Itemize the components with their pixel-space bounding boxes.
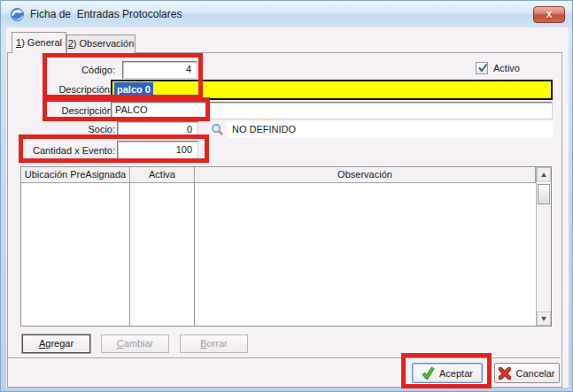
agregar-button[interactable]: Agregar: [22, 334, 90, 353]
grid-column-divider: [129, 183, 130, 326]
app-icon: [10, 7, 25, 22]
arrow-up-icon: [541, 173, 546, 177]
grid-column-divider: [194, 183, 195, 326]
search-icon[interactable]: [211, 123, 224, 136]
footer-divider: [8, 357, 561, 359]
selected-text: palco 0: [114, 82, 153, 97]
descripcion-label: Descripción:: [6, 104, 120, 118]
cancelar-label: Cancelar: [515, 368, 554, 379]
checkbox-check-icon: [476, 62, 489, 74]
activo-checkbox[interactable]: [476, 62, 488, 74]
cambiar-button[interactable]: Cambiar: [101, 334, 169, 353]
tab-observacion[interactable]: 2) Observación: [66, 35, 136, 53]
codigo-label: Código:: [6, 63, 120, 77]
socio-label: Socio:: [6, 122, 120, 136]
grid-header: Ubicación PreAsignada Activa Observación: [21, 167, 536, 183]
socio-field[interactable]: 0: [117, 121, 198, 138]
preassigned-locations-grid[interactable]: Ubicación PreAsignada Activa Observación: [20, 166, 552, 327]
scroll-up-button[interactable]: [537, 167, 551, 181]
column-header-ubicacion: Ubicación PreAsignada: [21, 167, 130, 183]
client-area: 1) General 2) Observación Código: 4 Desc…: [6, 27, 569, 388]
tab-general[interactable]: 1) General: [12, 32, 66, 53]
dialog-window: Ficha de Entradas Protocolares x 1) Gene…: [0, 0, 573, 392]
cancel-x-icon: [499, 367, 511, 380]
descripcion-field[interactable]: PALCO: [111, 102, 553, 119]
cantidad-label: Cantidad x Evento:: [6, 143, 120, 158]
column-header-observacion: Observación: [195, 167, 536, 183]
aceptar-label: Aceptar: [439, 368, 473, 379]
socio-display: NO DEFINIDO: [227, 121, 553, 138]
window-title: Ficha de Entradas Protocolares: [30, 8, 182, 20]
column-header-activa: Activa: [130, 167, 195, 183]
scrollbar-thumb[interactable]: [538, 184, 550, 204]
codigo-field[interactable]: 4: [122, 61, 197, 79]
grid-vertical-scrollbar[interactable]: [536, 167, 551, 326]
cancelar-button[interactable]: Cancelar: [494, 363, 560, 383]
activo-label: Activo: [493, 62, 520, 74]
cantidad-field[interactable]: 100: [117, 141, 198, 159]
descripcion-lookup-label: Descripción»: [6, 82, 120, 96]
borrar-button[interactable]: Borrar: [180, 334, 248, 353]
close-button[interactable]: x: [533, 6, 565, 23]
check-icon: [422, 366, 435, 380]
title-bar: Ficha de Entradas Protocolares x: [1, 1, 572, 27]
aceptar-button[interactable]: Aceptar: [412, 363, 483, 383]
arrow-down-icon: [541, 317, 546, 321]
scroll-down-button[interactable]: [537, 311, 551, 326]
descripcion-lookup-field[interactable]: palco 0: [111, 80, 553, 100]
